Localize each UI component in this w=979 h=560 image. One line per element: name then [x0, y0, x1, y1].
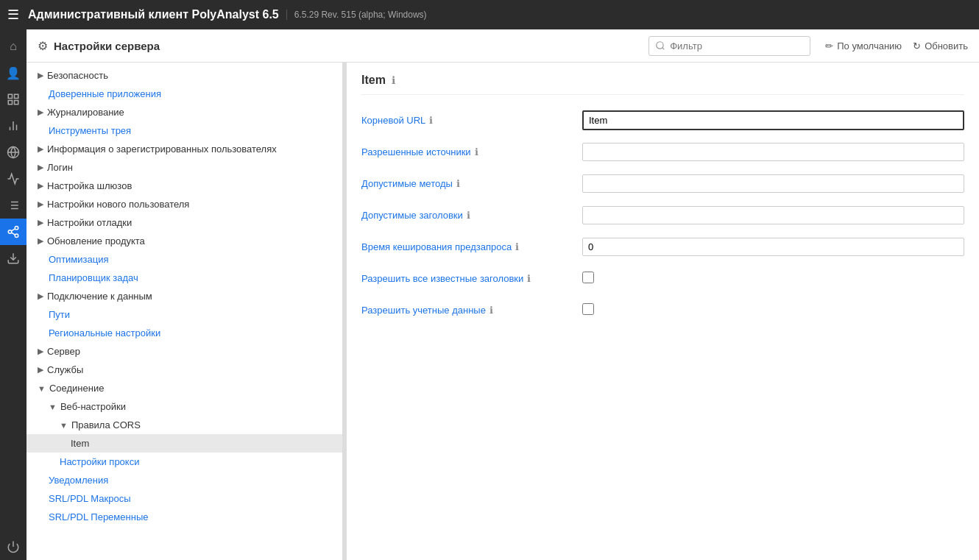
nav-item-logging[interactable]: ▶Журналирование: [26, 103, 342, 121]
nav-arrow-debug_settings: ▶: [38, 218, 43, 227]
input-root_url[interactable]: [582, 110, 964, 130]
edit-icon: ✏: [825, 40, 833, 52]
form-value-preflight_cache_time: [582, 238, 964, 256]
input-allowed_methods[interactable]: [582, 174, 964, 193]
nav-item-product_update[interactable]: ▶Обновление продукта: [26, 232, 342, 250]
nav-item-server[interactable]: ▶Сервер: [26, 342, 342, 361]
nav-panel: ▶БезопасностьДоверенные приложения▶Журна…: [26, 63, 343, 560]
default-button[interactable]: ✏ По умолчанию: [825, 40, 902, 52]
form-row-preflight_cache_time: Время кеширования предзапроса ℹ: [361, 236, 964, 257]
detail-title: Item: [361, 74, 386, 87]
label-text-allow_all_headers: Разрешить все известные заголовки: [361, 273, 523, 284]
label-text-allowed_methods: Допустимые методы: [361, 178, 453, 189]
nav-analytics[interactable]: [0, 166, 26, 192]
nav-arrow-product_update: ▶: [38, 236, 43, 246]
info-icon-root_url: ℹ: [429, 115, 433, 126]
nav-label-task_scheduler: Планировщик задач: [49, 272, 138, 283]
filter-container: [648, 36, 810, 56]
nav-label-trusted_apps: Доверенные приложения: [49, 88, 161, 99]
nav-item-notifications[interactable]: Уведомления: [26, 471, 342, 489]
nav-item-proxy_settings[interactable]: Настройки прокси: [26, 453, 342, 471]
input-preflight_cache_time[interactable]: [582, 238, 964, 256]
nav-item-trace_tools[interactable]: Инструменты трея: [26, 121, 342, 140]
nav-item-debug_settings[interactable]: ▶Настройки отладки: [26, 213, 342, 232]
nav-item-web_settings[interactable]: ▼Веб-настройки: [26, 397, 342, 416]
input-allowed_origins[interactable]: [582, 143, 964, 161]
nav-item-security[interactable]: ▶Безопасность: [26, 66, 342, 85]
nav-label-srl_pdl_vars: SRL/PDL Переменные: [49, 511, 148, 522]
label-text-allow_credentials: Разрешить учетные данные: [361, 305, 486, 316]
app-title: Административный клиент PolyAnalyst 6.5: [28, 8, 279, 21]
nav-arrow-new_user_settings: ▶: [38, 199, 43, 209]
nav-item-connection[interactable]: ▼Соединение: [26, 379, 342, 397]
checkbox-allow_all_headers[interactable]: [582, 272, 594, 283]
form-value-allowed_origins: [582, 143, 964, 161]
filter-input[interactable]: [648, 36, 810, 56]
label-text-allowed_origins: Разрешенные источники: [361, 146, 471, 157]
nav-label-logging: Журналирование: [47, 107, 124, 118]
nav-label-connection: Соединение: [49, 383, 105, 394]
nav-item-cors_rules[interactable]: ▼Правила CORS: [26, 416, 342, 434]
nav-label-regional_settings: Региональные настройки: [49, 327, 160, 339]
settings-gear-icon: ⚙: [38, 39, 48, 53]
content-area: ⚙ Настройки сервера ✏ По умолчанию ↻ Обн…: [26, 29, 979, 560]
svg-point-15: [15, 227, 18, 230]
topbar: ☰ Административный клиент PolyAnalyst 6.…: [0, 0, 979, 29]
form-label-allow_credentials: Разрешить учетные данные ℹ: [361, 305, 582, 316]
nav-item-srl_pdl_macros[interactable]: SRL/PDL Макросы: [26, 489, 342, 508]
menu-icon[interactable]: ☰: [7, 7, 19, 23]
nav-label-services: Службы: [47, 364, 83, 375]
settings-header: ⚙ Настройки сервера ✏ По умолчанию ↻ Обн…: [26, 29, 979, 63]
checkbox-allow_credentials[interactable]: [582, 303, 594, 315]
nav-globe[interactable]: [0, 139, 26, 166]
nav-arrow-login: ▶: [38, 163, 43, 172]
input-allowed_headers[interactable]: [582, 206, 964, 224]
nav-item-data_connection[interactable]: ▶Подключение к данным: [26, 287, 342, 305]
settings-title: Настройки сервера: [54, 40, 160, 52]
nav-item-trusted_apps[interactable]: Доверенные приложения: [26, 85, 342, 103]
nav-list[interactable]: [0, 192, 26, 219]
nav-arrow-logging: ▶: [38, 107, 43, 117]
nav-item-item[interactable]: Item: [26, 434, 342, 453]
svg-rect-2: [8, 101, 12, 104]
form-label-allow_all_headers: Разрешить все известные заголовки ℹ: [361, 273, 582, 284]
form-row-allowed_headers: Допустимые заголовки ℹ: [361, 205, 964, 225]
info-icon-allow_credentials: ℹ: [490, 305, 493, 316]
svg-rect-1: [15, 94, 18, 98]
nav-chart[interactable]: [0, 113, 26, 139]
nav-item-optimization[interactable]: Оптимизация: [26, 250, 342, 269]
nav-power[interactable]: [0, 534, 26, 560]
form-value-allowed_methods: [582, 174, 964, 193]
nav-item-gateway_settings[interactable]: ▶Настройка шлюзов: [26, 177, 342, 195]
nav-item-services[interactable]: ▶Службы: [26, 361, 342, 379]
nav-item-srl_pdl_vars[interactable]: SRL/PDL Переменные: [26, 508, 342, 526]
nav-users[interactable]: 👤: [0, 60, 26, 86]
nav-arrow-data_connection: ▶: [38, 291, 43, 301]
nav-arrow-services: ▶: [38, 365, 43, 375]
form-value-allowed_headers: [582, 206, 964, 224]
nav-share[interactable]: [0, 219, 26, 245]
nav-item-paths[interactable]: Пути: [26, 305, 342, 324]
nav-label-trace_tools: Инструменты трея: [49, 125, 131, 136]
nav-item-regional_settings[interactable]: Региональные настройки: [26, 324, 342, 342]
refresh-icon: ↻: [913, 40, 921, 52]
form-value-allow_all_headers: [582, 272, 964, 286]
nav-item-login[interactable]: ▶Логин: [26, 158, 342, 177]
nav-home[interactable]: ⌂: [0, 33, 26, 60]
form-value-allow_credentials: [582, 303, 964, 317]
form-row-allow_all_headers: Разрешить все известные заголовки ℹ: [361, 268, 964, 288]
panels: ▶БезопасностьДоверенные приложения▶Журна…: [26, 63, 979, 560]
nav-label-web_settings: Веб-настройки: [60, 401, 126, 412]
nav-label-cors_rules: Правила CORS: [71, 419, 141, 430]
nav-download[interactable]: [0, 245, 26, 272]
nav-item-new_user_settings[interactable]: ▶Настройки нового пользователя: [26, 195, 342, 213]
nav-item-task_scheduler[interactable]: Планировщик задач: [26, 269, 342, 287]
svg-point-17: [15, 234, 18, 238]
detail-info-icon: ℹ: [392, 74, 395, 86]
refresh-button[interactable]: ↻ Обновить: [913, 40, 968, 52]
nav-label-new_user_settings: Настройки нового пользователя: [47, 199, 189, 210]
nav-arrow-cors_rules: ▼: [60, 421, 68, 430]
nav-item-user_info[interactable]: ▶Информация о зарегистрированных пользов…: [26, 140, 342, 158]
nav-layers[interactable]: [0, 86, 26, 113]
nav-label-item: Item: [71, 438, 89, 449]
